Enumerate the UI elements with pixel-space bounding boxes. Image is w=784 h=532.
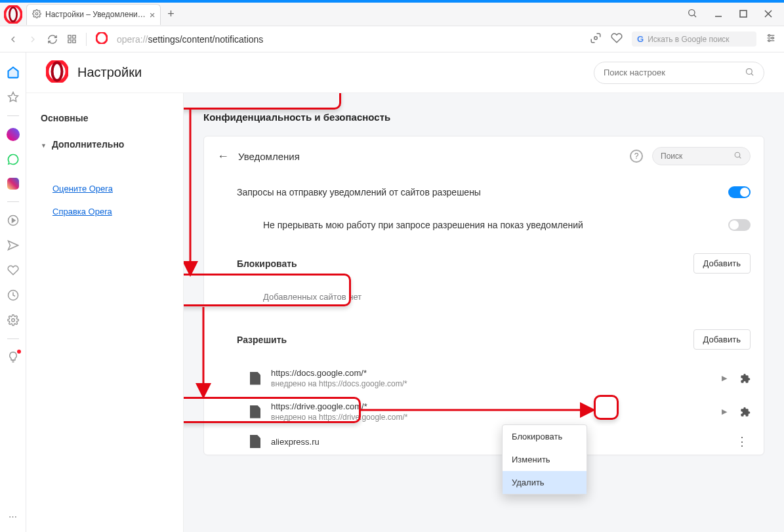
send-icon[interactable] bbox=[7, 239, 20, 252]
easy-setup-icon[interactable] bbox=[766, 33, 776, 45]
svg-rect-5 bbox=[740, 10, 747, 17]
toggle-allow-requests[interactable] bbox=[728, 186, 751, 198]
expand-icon[interactable]: ▶ bbox=[722, 374, 727, 382]
speed-dial-button[interactable] bbox=[67, 34, 77, 44]
opera-menu-button[interactable] bbox=[0, 5, 26, 24]
site-row: aliexpress.ru ⋮ bbox=[204, 428, 764, 455]
nav-forward-button[interactable] bbox=[28, 34, 38, 45]
svg-point-3 bbox=[689, 10, 695, 16]
url-prefix: opera:// bbox=[117, 34, 148, 45]
close-tab-button[interactable]: × bbox=[150, 9, 155, 20]
section-title: Конфиденциальность и безопасность bbox=[203, 112, 764, 123]
close-window-button[interactable] bbox=[764, 9, 772, 20]
ctx-delete[interactable]: Удалить bbox=[503, 471, 587, 494]
back-arrow-button[interactable]: ← bbox=[217, 150, 229, 163]
snapshot-icon[interactable] bbox=[590, 32, 602, 46]
svg-rect-11 bbox=[73, 40, 75, 43]
extension-icon[interactable] bbox=[740, 407, 751, 417]
site-url: https://docs.google.com/* bbox=[271, 368, 407, 378]
instagram-icon[interactable] bbox=[7, 178, 19, 190]
minimize-button[interactable] bbox=[714, 9, 722, 20]
svg-point-26 bbox=[52, 62, 62, 80]
site-sub: внедрено на https://drive.google.com/* bbox=[271, 413, 407, 422]
more-icon[interactable]: ⋯ bbox=[7, 510, 20, 523]
setting-allow-requests: Запросы на отправку уведомлений от сайто… bbox=[237, 187, 481, 197]
svg-point-28 bbox=[735, 152, 740, 157]
add-allow-button[interactable]: Добавить bbox=[693, 329, 751, 350]
url-path: settings/content/notifications bbox=[148, 34, 263, 45]
file-icon bbox=[250, 372, 260, 385]
sidenav-rate-link[interactable]: Оцените Opera bbox=[41, 177, 169, 200]
whatsapp-icon[interactable] bbox=[7, 153, 20, 166]
settings-sidenav: Основные Дополнительно Оцените Opera Спр… bbox=[26, 52, 184, 532]
site-sub: внедрено на https://docs.google.com/* bbox=[271, 379, 407, 388]
heart-rail-icon[interactable] bbox=[7, 264, 20, 277]
svg-point-24 bbox=[11, 319, 14, 322]
sidenav-main[interactable]: Основные bbox=[41, 105, 169, 131]
address-bar: opera://settings/content/notifications G… bbox=[0, 26, 784, 52]
site-search-field[interactable] bbox=[661, 152, 728, 161]
opera-logo-icon bbox=[4, 5, 22, 24]
help-icon[interactable]: ? bbox=[630, 150, 643, 163]
setting-quiet-mode: Не прерывать мою работу при запросе разр… bbox=[263, 220, 583, 230]
site-row: https://docs.google.com/* внедрено на ht… bbox=[204, 361, 764, 395]
search-icon bbox=[733, 151, 742, 161]
google-search-field[interactable]: G Искать в Google поиск bbox=[632, 31, 756, 47]
extension-icon[interactable] bbox=[740, 373, 751, 384]
settings-search-input[interactable] bbox=[594, 62, 764, 84]
block-section-title: Блокировать bbox=[237, 258, 297, 269]
site-url: aliexpress.ru bbox=[271, 437, 320, 447]
browser-tab[interactable]: Настройки – Уведомлени… × bbox=[26, 4, 161, 25]
notifications-card: ← Уведомления ? Запросы на отправку увед… bbox=[203, 136, 764, 455]
site-url: https://drive.google.com/* bbox=[271, 401, 407, 411]
ctx-block[interactable]: Блокировать bbox=[503, 425, 587, 448]
site-row: https://drive.google.com/* внедрено на h… bbox=[204, 395, 764, 428]
expand-icon[interactable]: ▶ bbox=[722, 407, 727, 416]
add-block-button[interactable]: Добавить bbox=[693, 253, 751, 274]
url-field[interactable]: opera://settings/content/notifications bbox=[117, 34, 581, 45]
star-icon[interactable] bbox=[7, 91, 20, 104]
svg-rect-9 bbox=[73, 35, 75, 38]
home-icon[interactable] bbox=[7, 66, 20, 79]
sidenav-help-link[interactable]: Справка Opera bbox=[41, 200, 169, 223]
sidenav-advanced[interactable]: Дополнительно bbox=[41, 131, 169, 157]
left-sidebar-rail: ⋯ bbox=[0, 52, 26, 532]
bulb-icon[interactable] bbox=[7, 351, 20, 364]
settings-header: Настройки bbox=[26, 52, 784, 93]
svg-rect-10 bbox=[68, 40, 71, 43]
svg-marker-22 bbox=[12, 218, 15, 222]
new-tab-button[interactable]: + bbox=[161, 7, 180, 21]
settings-gear-icon[interactable] bbox=[7, 314, 20, 327]
card-title: Уведомления bbox=[238, 151, 300, 162]
search-icon[interactable] bbox=[687, 8, 697, 20]
settings-search-field[interactable] bbox=[604, 68, 739, 77]
svg-point-13 bbox=[594, 37, 598, 40]
toggle-quiet-mode[interactable] bbox=[728, 219, 751, 231]
heart-icon[interactable] bbox=[611, 32, 623, 46]
svg-point-18 bbox=[772, 37, 774, 39]
site-search-input[interactable] bbox=[652, 147, 751, 165]
reload-button[interactable] bbox=[47, 34, 58, 45]
ctx-edit[interactable]: Изменить bbox=[503, 448, 587, 471]
svg-marker-20 bbox=[8, 92, 18, 102]
tab-bar: Настройки – Уведомлени… × + bbox=[0, 3, 784, 26]
gear-icon bbox=[32, 9, 41, 20]
svg-point-1 bbox=[9, 7, 16, 21]
google-icon: G bbox=[637, 34, 644, 44]
search-icon bbox=[745, 67, 754, 79]
messenger-icon[interactable] bbox=[7, 128, 20, 141]
page-title: Настройки bbox=[77, 65, 142, 80]
site-menu-button[interactable]: ⋮ bbox=[733, 436, 751, 447]
nav-back-button[interactable] bbox=[8, 34, 18, 45]
tab-title: Настройки – Уведомлени… bbox=[45, 10, 146, 19]
file-icon bbox=[250, 435, 260, 448]
maximize-button[interactable] bbox=[739, 9, 747, 20]
main-content: Конфиденциальность и безопасность ← Увед… bbox=[184, 52, 784, 532]
play-icon[interactable] bbox=[7, 214, 20, 227]
svg-point-19 bbox=[768, 40, 770, 42]
opera-logo-icon bbox=[46, 60, 68, 85]
svg-point-25 bbox=[47, 61, 68, 83]
history-icon[interactable] bbox=[7, 289, 20, 302]
svg-rect-8 bbox=[68, 35, 71, 38]
svg-point-17 bbox=[768, 35, 770, 37]
